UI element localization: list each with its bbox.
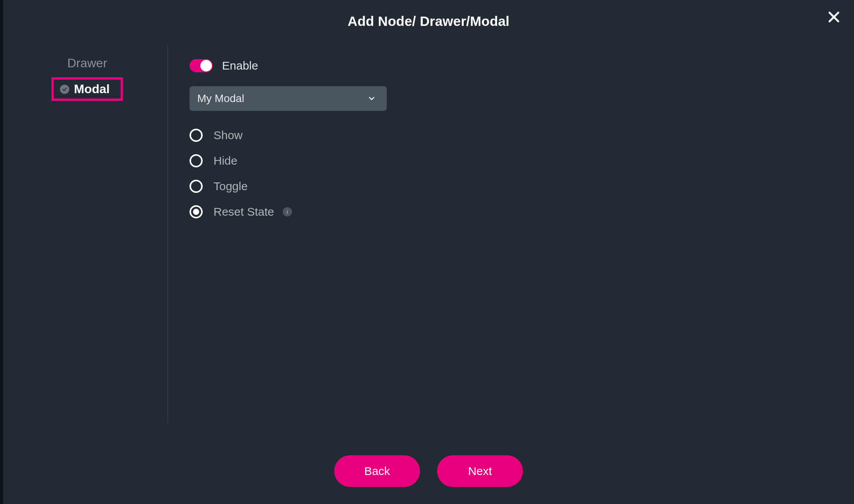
radio-hide[interactable]: Hide [190,154,854,167]
radio-input [190,154,203,167]
radio-label: Reset State [214,205,274,218]
enable-toggle[interactable] [190,59,213,72]
action-radio-group: Show Hide Toggle Reset State i [190,129,854,218]
sidebar-item-label: Modal [74,82,109,96]
sidebar: Drawer Modal [7,41,167,504]
next-button[interactable]: Next [437,455,523,487]
content-panel: Enable My Modal Show Hide [168,41,854,504]
enable-toggle-row: Enable [190,59,854,72]
radio-show[interactable]: Show [190,129,854,142]
toggle-knob [200,60,212,72]
back-button[interactable]: Back [334,455,420,487]
close-button[interactable] [825,9,842,26]
close-icon [827,10,840,24]
sidebar-item-modal[interactable]: Modal [51,77,123,101]
info-icon[interactable]: i [283,207,292,216]
radio-toggle[interactable]: Toggle [190,180,854,193]
radio-reset-state[interactable]: Reset State i [190,205,854,218]
check-icon [60,85,69,94]
sidebar-item-drawer[interactable]: Drawer [67,56,107,70]
select-value: My Modal [197,92,244,105]
chevron-down-icon [367,94,376,103]
enable-label: Enable [222,59,258,72]
radio-input [190,180,203,193]
modal-header: Add Node/ Drawer/Modal [3,0,854,41]
modal-select[interactable]: My Modal [190,86,387,111]
radio-label: Show [214,129,243,142]
radio-input [190,129,203,142]
radio-label: Toggle [214,180,248,193]
modal-title: Add Node/ Drawer/Modal [348,14,510,29]
modal-body: Drawer Modal Enable My Modal [3,41,854,504]
modal-dialog: Add Node/ Drawer/Modal Drawer Modal [3,0,854,504]
radio-input [190,205,203,218]
modal-footer: Back Next [3,438,854,504]
radio-label: Hide [214,154,237,167]
